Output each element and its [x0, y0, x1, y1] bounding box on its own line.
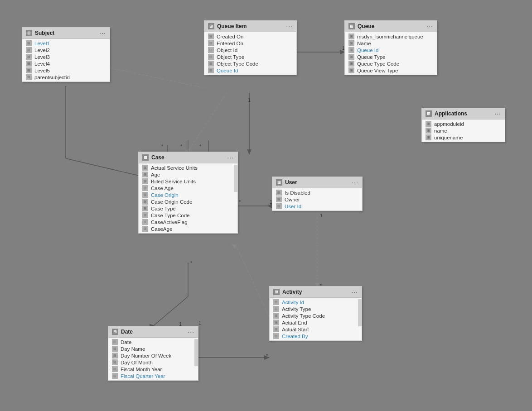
entity-user-header: ⊞ User ···: [272, 177, 362, 188]
field-label: Is Disabled: [285, 190, 310, 196]
field-row: ⊞ Object Type: [204, 53, 296, 60]
svg-marker-3: [247, 149, 251, 155]
queue-menu-icon[interactable]: ···: [426, 23, 433, 30]
entity-date-header: ⊞ Date ···: [108, 326, 198, 338]
field-label: Age: [151, 172, 160, 177]
date-menu-icon[interactable]: ···: [188, 328, 194, 335]
entity-subject: ⊞ Subject ··· ⊞ Level1 ⊞ Level2 ⊞ Level3…: [22, 27, 110, 82]
field-icon: ⊞: [273, 299, 279, 305]
cardinality-star3: *: [199, 143, 201, 149]
field-row: ⊞ Actual End: [270, 319, 362, 326]
activity-scrollbar[interactable]: [358, 299, 362, 326]
field-icon: ⊞: [348, 40, 354, 46]
field-icon: ⊞: [142, 226, 148, 232]
field-label: User Id: [285, 204, 301, 209]
field-label: Owner: [285, 197, 300, 202]
applications-menu-icon[interactable]: ···: [494, 110, 501, 117]
field-icon: ⊞: [112, 346, 118, 352]
field-label: Activity Type Code: [282, 313, 325, 319]
field-row: ⊞ Is Disabled: [272, 189, 362, 196]
field-row: ⊞ appmoduleid: [422, 120, 505, 127]
field-row: ⊞ Level4: [22, 60, 110, 67]
field-icon: ⊞: [208, 54, 214, 60]
field-label: Name: [357, 41, 371, 46]
field-row: ⊞ msdyn_isomnichannelqueue: [345, 33, 437, 40]
svg-line-17: [236, 244, 269, 317]
field-icon: ⊞: [26, 40, 32, 46]
field-label: Activity Type: [282, 306, 311, 312]
cardinality-star2: *: [180, 143, 182, 149]
field-row: ⊞ Day Number Of Week: [108, 352, 198, 359]
field-label: Created On: [217, 34, 243, 39]
field-label: Level2: [34, 48, 50, 53]
field-icon: ⊞: [348, 54, 354, 60]
field-label: Object Id: [217, 48, 237, 53]
field-icon: ⊞: [208, 33, 214, 39]
entity-queue-item-header: ⊞ Queue Item ···: [204, 21, 296, 32]
field-label: name: [434, 128, 447, 134]
case-menu-icon[interactable]: ···: [227, 154, 234, 161]
entity-date: ⊞ Date ··· ⊞ Date ⊞ Day Name ⊞ Day Numbe…: [108, 326, 198, 381]
field-label: Case Type Code: [151, 213, 189, 218]
field-label: Case Origin: [151, 192, 179, 198]
field-row: ⊞ name: [422, 127, 505, 134]
field-icon: ⊞: [273, 313, 279, 319]
case-scrollbar[interactable]: [234, 165, 237, 192]
queue-table-icon: ⊞: [348, 23, 355, 29]
field-icon: ⊞: [273, 306, 279, 312]
field-icon: ⊞: [276, 203, 282, 209]
queueitem-fields: ⊞ Created On ⊞ Entered On ⊞ Object Id ⊞ …: [204, 32, 296, 75]
cardinality-date-activity-dot: *: [266, 353, 268, 358]
field-label: Date: [121, 339, 131, 345]
field-label: Object Type: [217, 54, 244, 60]
entity-applications-header: ⊞ Applications ···: [422, 108, 505, 119]
case-fields: ⊞ Actual Service Units ⊞ Age ⊞ Billed Se…: [139, 163, 237, 233]
queueitem-menu-icon[interactable]: ···: [286, 23, 293, 30]
entity-queue-header: ⊞ Queue ···: [345, 21, 437, 32]
date-scrollbar[interactable]: [194, 339, 198, 366]
activity-table-icon: ⊞: [273, 289, 280, 295]
subject-table-icon: ⊞: [26, 30, 32, 36]
field-label: Case Origin Code: [151, 199, 192, 205]
entity-activity: ⊞ Activity ··· ⊞ Activity Id ⊞ Activity …: [269, 286, 362, 341]
field-icon: ⊞: [26, 61, 32, 67]
field-icon: ⊞: [112, 373, 118, 379]
field-label: Day Name: [121, 346, 145, 352]
field-row: ⊞ Activity Type Code: [270, 312, 362, 319]
activity-menu-icon[interactable]: ···: [351, 288, 358, 296]
field-label: uniquename: [434, 135, 463, 140]
cardinality-case-user-star: *: [239, 199, 241, 205]
field-row: ⊞ Billed Service Units: [139, 178, 237, 185]
field-row: ⊞ Activity Type: [270, 306, 362, 312]
field-icon: ⊞: [26, 67, 32, 73]
subject-menu-icon[interactable]: ···: [99, 29, 106, 37]
field-icon: ⊞: [348, 33, 354, 39]
field-label: Actual Service Units: [151, 165, 198, 171]
svg-line-13: [153, 296, 188, 326]
field-row: ⊞ Created On: [204, 33, 296, 40]
field-label: Created By: [282, 334, 308, 339]
entity-case: ⊞ Case ··· ⊞ Actual Service Units ⊞ Age …: [138, 152, 238, 234]
field-icon: ⊞: [348, 61, 354, 67]
field-icon: ⊞: [426, 128, 431, 134]
field-row: ⊞ Case Origin: [139, 191, 237, 198]
field-icon: ⊞: [142, 192, 148, 198]
field-icon: ⊞: [26, 54, 32, 60]
subject-title: Subject: [35, 30, 54, 36]
cardinality-user-1: 1: [320, 213, 323, 218]
field-row: ⊞ Level2: [22, 47, 110, 53]
field-icon: ⊞: [142, 172, 148, 177]
field-row: ⊞ Queue Type Code: [345, 60, 437, 67]
field-row: ⊞ Case Age: [139, 185, 237, 191]
entity-queue: ⊞ Queue ··· ⊞ msdyn_isomnichannelqueue ⊞…: [344, 20, 437, 75]
field-label: parentsubjectid: [34, 75, 70, 80]
applications-title: Applications: [435, 110, 467, 117]
field-icon: ⊞: [208, 47, 214, 53]
field-icon: ⊞: [273, 333, 279, 339]
cardinality-case-date: *: [190, 260, 192, 266]
user-menu-icon[interactable]: ···: [352, 179, 358, 186]
field-row: ⊞ Actual Service Units: [139, 164, 237, 171]
field-row: ⊞ Case Type Code: [139, 212, 237, 219]
field-row: ⊞ uniquename: [422, 134, 505, 141]
case-title: Case: [151, 154, 164, 161]
